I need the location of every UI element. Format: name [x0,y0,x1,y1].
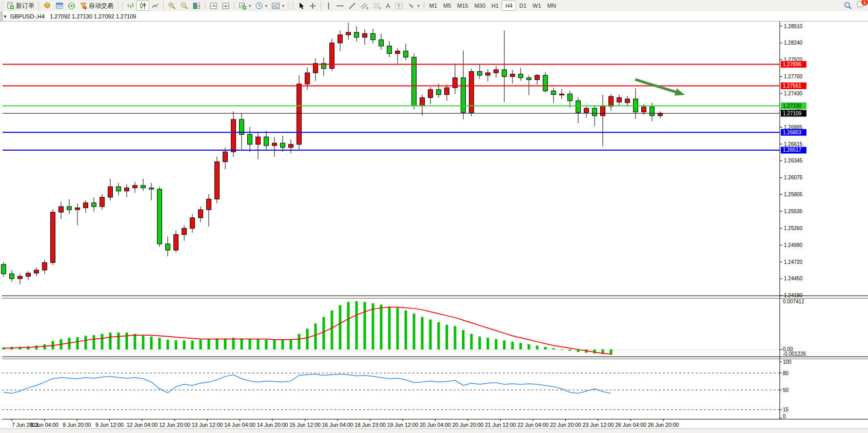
panel-splitter[interactable] [2,296,868,298]
date-label: 26 Jun 04:00 [615,422,646,428]
timeframe-button-M1[interactable]: M1 [426,1,440,10]
auto-trading-button[interactable]: 自动交易 [77,1,115,11]
timeframe-button-M5[interactable]: M5 [440,1,454,10]
svg-text:F: F [379,7,381,10]
candle-up [642,107,646,112]
chart-ohlc-values: 1.27092 1.27130 1.27092 1.27109 [50,13,136,19]
panel-splitter[interactable] [2,357,868,359]
timeframe-button-H1[interactable]: H1 [488,1,502,10]
date-label: 18 Jun 23:00 [354,422,386,428]
candle-up [199,210,203,218]
cursor-tool-button[interactable] [295,1,307,11]
toolbar-grip[interactable] [287,2,290,10]
candle-down [387,46,392,54]
macd-bar [35,345,38,349]
macd-bar [372,303,374,349]
period-dropdown[interactable]: ▾ [253,1,269,11]
date-label: 19 Jun 12:00 [387,422,419,428]
candle-down [157,189,162,244]
macd-bar [142,336,145,349]
add-chart-dropdown[interactable]: ▾ [236,1,253,11]
macd-bar [134,334,136,349]
toolbar-grip[interactable] [116,2,119,10]
chevron-down-icon: ▾ [249,4,251,8]
fibo-tool-button[interactable]: F [371,1,384,11]
macd-bar [101,334,104,349]
price-tick-label: 1.27430 [784,91,803,96]
zoom-in-icon [168,2,176,10]
chevron-down-icon: ▾ [282,4,284,8]
new-indicator-window-button[interactable] [207,1,220,11]
timeframe-button-M30[interactable]: M30 [471,1,488,10]
candle-up [215,162,220,199]
candle-up [51,212,55,262]
macd-bar [520,343,522,349]
candle-down [593,108,597,116]
indicator-window2-button[interactable] [220,1,232,11]
macd-bar [561,349,563,350]
toolbar-grip[interactable] [1,2,4,10]
candle-up [182,229,187,235]
candle-down [568,94,573,100]
arrows-tool-dropdown[interactable]: ▾ [405,1,422,11]
signal-button[interactable] [66,1,77,11]
textbox-tool-button[interactable]: T [392,1,405,11]
notifications-button[interactable]: 1 [856,1,865,10]
timeframe-button-D1[interactable]: D1 [516,1,529,10]
chart-window-button[interactable] [53,1,66,11]
line-chart-type-button[interactable] [149,1,161,11]
date-label: 15 Jun 12:00 [289,422,321,428]
timeframe-button-W1[interactable]: W1 [529,1,544,10]
macd-bar [544,347,547,349]
zoom-in-button[interactable] [166,1,178,11]
date-label: 8 Jun 20:00 [63,422,91,428]
candle-chart-type-button[interactable] [136,1,149,11]
macd-bar [339,305,342,349]
cursor-icon [298,2,305,10]
package-button[interactable] [41,1,53,11]
rsi-axis-label: 100 [783,359,792,365]
candle-down [371,34,376,40]
candle-down [527,78,531,80]
macd-bar [93,335,95,349]
date-label: 14 Jun 20:00 [257,422,288,428]
trendline-tool-button[interactable] [346,1,358,11]
tile-windows-button[interactable] [190,1,203,11]
indicators-dropdown[interactable]: ▾ [269,1,286,11]
crosshair-tool-button[interactable] [307,1,319,11]
vline-tool-button[interactable] [323,1,334,11]
candle-up [223,152,228,161]
rsi-axis-label: 50 [783,387,789,393]
candle-down [551,91,556,94]
timeframe-button-M15[interactable]: M15 [454,1,471,10]
macd-bar [216,338,219,349]
timeframe-button-MN[interactable]: MN [544,1,559,10]
timeframe-button-H4[interactable]: H4 [502,1,516,11]
tile-windows-icon [192,2,201,10]
macd-bar [323,317,325,350]
channel-tool-button[interactable]: E [358,1,371,11]
collapse-triangle-icon[interactable]: ▼ [3,14,7,19]
candle-up [346,32,351,35]
candle-up [190,218,195,229]
price-tick-label: 1.25260 [784,225,803,231]
candle-up [469,72,474,113]
price-tick-label: 1.28510 [784,24,803,29]
candle-up [584,108,589,112]
bar-chart-type-button[interactable] [125,1,136,11]
candle-up [18,276,23,279]
chart-canvas[interactable]: 1.285101.282401.279701.277001.274301.271… [0,22,868,433]
candle-up [34,270,39,273]
text-tool-button[interactable]: A [384,1,392,11]
macd-bar [85,336,87,349]
toolbar-separator [205,2,205,10]
candle-up [133,185,137,188]
macd-bar [249,339,251,349]
new-order-button[interactable]: 新订单 [5,1,36,11]
hline-tool-button[interactable] [334,1,346,11]
macd-bar [159,338,161,349]
search-icon[interactable] [844,2,852,10]
macd-bar [594,349,596,354]
zoom-out-button[interactable] [178,1,190,11]
date-label: 13 Jun 12:00 [192,422,223,428]
